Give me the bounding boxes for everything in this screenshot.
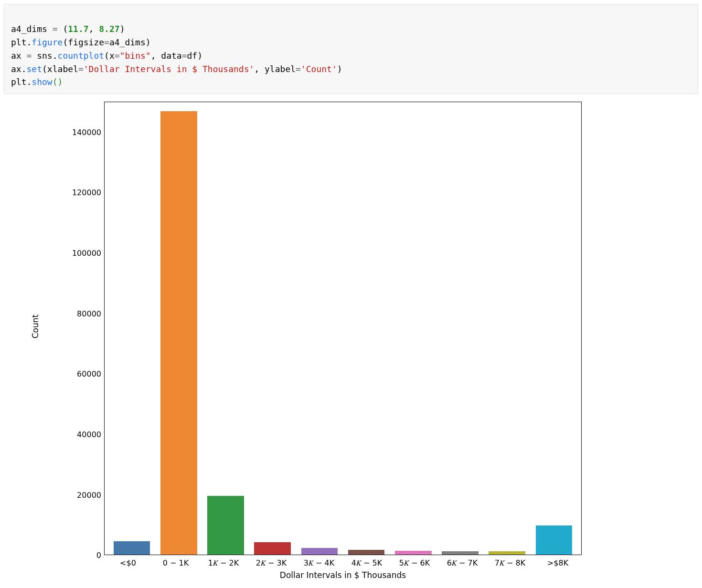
- x-tick: 6𝐾 − 7K: [438, 558, 486, 567]
- code-line-4: ax.set(xlabel='Dollar Intervals in $ Tho…: [11, 64, 342, 74]
- bar: [114, 541, 150, 555]
- bar: [348, 550, 385, 555]
- bar: [442, 551, 479, 555]
- bar-slot: [249, 102, 296, 555]
- x-tick: 4𝐾 − 5K: [343, 558, 391, 567]
- x-tick: 5𝐾 − 6K: [391, 558, 438, 567]
- x-tick: 7𝐾 − 8K: [486, 558, 534, 567]
- bar-slot: [296, 102, 343, 555]
- bar-slot: [531, 102, 577, 555]
- bar-slot: [155, 102, 202, 555]
- bar: [489, 551, 525, 555]
- bar: [536, 525, 573, 555]
- code-line-1: a4_dims = (11.7, 8.27): [11, 24, 125, 34]
- code-cell: a4_dims = (11.7, 8.27) plt.figure(figsiz…: [4, 4, 698, 94]
- x-tick: <$0: [104, 558, 152, 567]
- y-tick: 100000: [72, 249, 101, 258]
- bar: [207, 496, 244, 555]
- bar: [395, 551, 432, 555]
- y-tick: 20000: [77, 490, 101, 499]
- y-tick: 140000: [72, 127, 101, 136]
- code-line-5: plt.show(): [11, 77, 63, 87]
- bar: [160, 111, 197, 555]
- y-axis-label: Count: [30, 100, 41, 553]
- y-tick: 60000: [77, 369, 101, 378]
- x-tick: 2𝐾 − 3K: [247, 558, 295, 567]
- plot-area: [104, 102, 582, 555]
- bar-slot: [484, 102, 531, 555]
- x-tick: 0 − 1K: [152, 558, 200, 567]
- code-line-3: ax = sns.countplot(x="bins", data=df): [11, 51, 202, 61]
- bar-slot: [108, 102, 155, 555]
- code-line-2: plt.figure(figsize=a4_dims): [11, 37, 151, 47]
- x-tick: >$8K: [534, 558, 582, 567]
- bar-slot: [343, 102, 390, 555]
- chart-figure: Count 0200004000060000800001000001200001…: [13, 100, 586, 582]
- x-axis: <$00 − 1K1𝐾 − 2K2𝐾 − 3K3𝐾 − 4K4𝐾 − 5K5𝐾 …: [104, 558, 582, 567]
- y-tick: 80000: [77, 309, 101, 318]
- x-axis-label: Dollar Intervals in $ Thousands: [104, 570, 582, 580]
- y-tick: 40000: [77, 430, 101, 439]
- chart-output: Count 0200004000060000800001000001200001…: [4, 100, 698, 582]
- bar-slot: [436, 102, 483, 555]
- y-axis: 020000400006000080000100000120000140000: [74, 102, 104, 555]
- bar-slot: [390, 102, 436, 555]
- bar-slot: [202, 102, 249, 555]
- x-tick: 3𝐾 − 4K: [295, 558, 343, 567]
- x-tick: 1𝐾 − 2K: [200, 558, 247, 567]
- bar: [301, 548, 338, 555]
- bars-container: [105, 102, 581, 555]
- y-tick: 0: [96, 551, 101, 560]
- y-tick: 120000: [72, 188, 101, 197]
- bar: [254, 542, 291, 555]
